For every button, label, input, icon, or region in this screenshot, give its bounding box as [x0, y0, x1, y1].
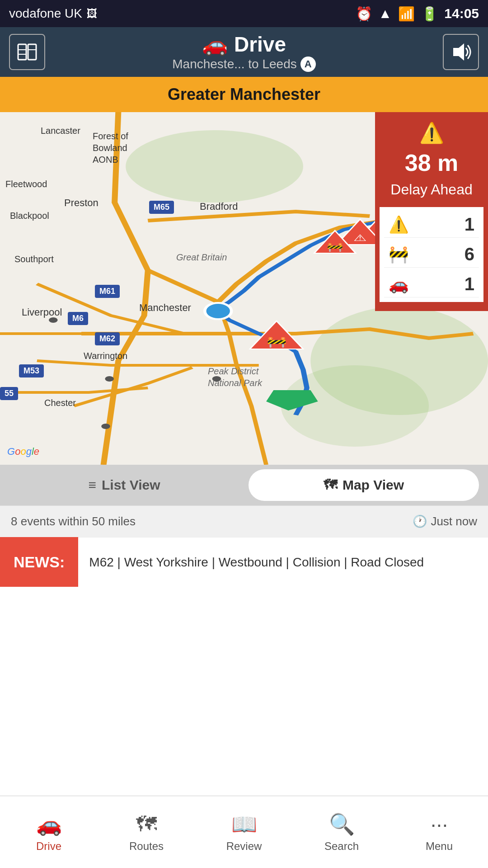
nav-item-menu[interactable]: ··· Menu [390, 796, 488, 868]
list-view-button[interactable]: ≡ List View [9, 469, 239, 501]
svg-text:🚧: 🚧 [327, 242, 343, 252]
nav-item-review[interactable]: 📖 Review [195, 796, 293, 868]
warning-triangle-icon: ⚠️ [389, 215, 409, 234]
routes-nav-label: Routes [129, 840, 164, 853]
traffic-count: 1 [465, 274, 474, 294]
bottom-navigation: 🚗 Drive 🗺 Routes 📖 Review 🔍 Search ··· M… [0, 796, 488, 868]
map-view-button[interactable]: 🗺 Map View [249, 469, 479, 501]
view-toggle-bar: ≡ List View 🗺 Map View [0, 465, 488, 505]
traffic-jam-icon: 🚗 [389, 275, 409, 294]
events-count-text: 8 events within 50 miles [11, 514, 136, 528]
drive-nav-icon: 🚗 [36, 812, 62, 836]
delay-warning-icon: ⚠️ [419, 121, 444, 145]
clock-display: 14:05 [444, 6, 479, 21]
delay-distance: 38 m [405, 149, 459, 176]
nav-item-drive[interactable]: 🚗 Drive [0, 796, 98, 868]
list-view-label: List View [102, 477, 160, 493]
svg-point-24 [212, 376, 221, 382]
delay-stats: ⚠️ 1 🚧 6 🚗 1 [380, 207, 483, 302]
region-banner: Greater Manchester [0, 77, 488, 112]
route-subtitle: Mancheste... to Leeds A [172, 57, 316, 72]
screenshot-icon: 🖼 [87, 7, 98, 20]
volume-button[interactable] [443, 34, 479, 70]
delay-description: Delay Ahead [390, 181, 472, 198]
list-icon: ≡ [88, 477, 96, 493]
car-icon: 🚗 [202, 32, 228, 57]
carrier-label: vodafone UK [9, 6, 82, 21]
svg-rect-1 [28, 44, 36, 60]
news-label: NEWS: [0, 537, 78, 587]
wifi-icon: ▲ [379, 6, 392, 21]
roadworks-icon: 🚧 [389, 245, 409, 264]
map-view-label: Map View [343, 477, 404, 493]
news-text: M62 | West Yorkshire | Westbound | Colli… [78, 537, 488, 587]
menu-nav-icon: ··· [431, 812, 448, 836]
route-text: Mancheste... to Leeds [172, 57, 297, 71]
battery-icon: 🔋 [421, 6, 438, 22]
header-center: 🚗 Drive Mancheste... to Leeds A [172, 32, 316, 72]
search-nav-label: Search [324, 840, 359, 853]
svg-text:⚠: ⚠ [353, 233, 366, 243]
nav-item-routes[interactable]: 🗺 Routes [98, 796, 195, 868]
bottom-nav-spacer [0, 587, 488, 659]
warning-count: 1 [465, 214, 474, 235]
drive-title-row: 🚗 Drive [202, 32, 286, 57]
svg-rect-0 [18, 44, 26, 60]
svg-point-20 [205, 303, 231, 319]
svg-point-23 [105, 376, 114, 382]
app-header: 🚗 Drive Mancheste... to Leeds A [0, 27, 488, 77]
search-nav-icon: 🔍 [329, 812, 355, 836]
clock-icon: 🕐 [413, 514, 427, 528]
app-title: Drive [234, 32, 286, 57]
events-time-text: Just now [431, 514, 477, 528]
delay-panel: ⚠️ 38 m Delay Ahead ⚠️ 1 🚧 6 🚗 1 [375, 112, 488, 311]
map-icon: 🗺 [324, 477, 337, 493]
svg-text:🚧: 🚧 [267, 336, 287, 348]
alarm-icon: ⏰ [356, 6, 372, 22]
status-left: vodafone UK 🖼 [9, 6, 98, 21]
review-nav-icon: 📖 [231, 812, 257, 836]
svg-marker-5 [453, 43, 464, 61]
events-time-display: 🕐 Just now [413, 514, 477, 528]
routes-nav-icon: 🗺 [136, 812, 157, 836]
region-text: Greater Manchester [168, 85, 320, 104]
nav-item-search[interactable]: 🔍 Search [293, 796, 390, 868]
events-bar: 8 events within 50 miles 🕐 Just now [0, 505, 488, 537]
stat-warning: ⚠️ 1 [384, 212, 479, 238]
drive-nav-label: Drive [36, 840, 61, 853]
news-banner: NEWS: M62 | West Yorkshire | Westbound |… [0, 537, 488, 587]
stat-roadworks: 🚧 6 [384, 241, 479, 268]
status-right: ⏰ ▲ 📶 🔋 14:05 [356, 6, 479, 22]
review-nav-label: Review [226, 840, 262, 853]
stat-traffic: 🚗 1 [384, 271, 479, 297]
status-bar: vodafone UK 🖼 ⏰ ▲ 📶 🔋 14:05 [0, 0, 488, 27]
menu-nav-label: Menu [426, 840, 453, 853]
roadworks-count: 6 [465, 244, 474, 264]
svg-point-25 [101, 424, 110, 429]
map-container[interactable]: 🚧 🚧 ⚠ 🚧 🚧 Lancaster Forest ofBowlan [0, 112, 488, 465]
signal-icon: 📶 [398, 6, 415, 22]
svg-point-7 [126, 130, 303, 203]
route-badge: A [300, 57, 316, 72]
svg-point-22 [49, 317, 58, 323]
map-book-button[interactable] [9, 34, 45, 70]
